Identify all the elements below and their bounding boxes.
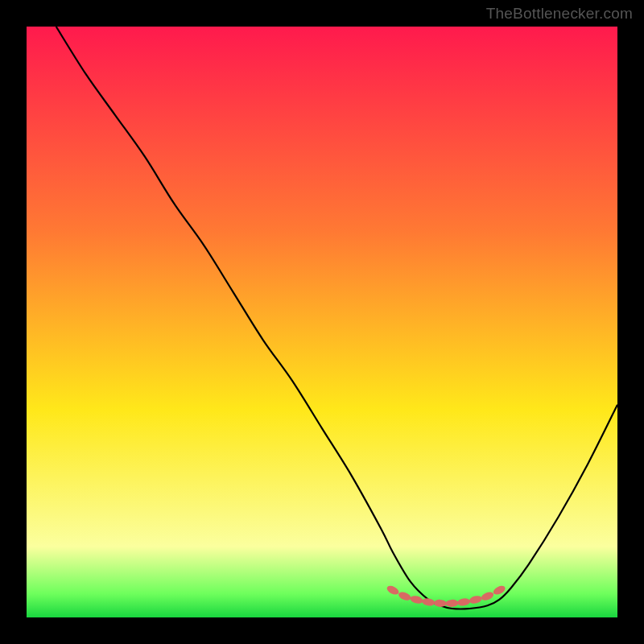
plot-area [27, 27, 617, 617]
bottleneck-chart [27, 27, 617, 617]
chart-container: TheBottlenecker.com [0, 0, 644, 644]
watermark-text: TheBottlenecker.com [486, 5, 633, 23]
